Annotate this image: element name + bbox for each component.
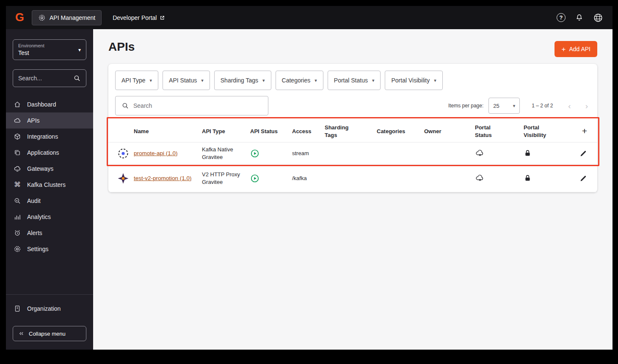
collapse-menu-label: Collapse menu xyxy=(29,331,66,337)
sidebar-item-label: Gateways xyxy=(27,165,53,172)
sidebar-item-audit[interactable]: Audit xyxy=(6,193,93,209)
portal-status-unpublished-icon xyxy=(475,170,524,186)
bar-chart-icon xyxy=(14,213,21,221)
gear-icon xyxy=(14,245,21,253)
collapse-icon xyxy=(18,331,25,337)
sidebar-item-label: Analytics xyxy=(27,213,51,220)
organization-icon xyxy=(14,305,21,312)
add-column-icon[interactable]: + xyxy=(582,125,587,137)
table-row-promote-api: promote-api (1.0) Kafka Native Gravitee … xyxy=(108,142,597,164)
column-header-portal-status: Portal Status xyxy=(475,120,524,142)
environment-select[interactable]: Environment Test ▾ xyxy=(13,39,86,60)
sidebar-item-label: APIs xyxy=(27,117,40,124)
sidebar-item-label: Audit xyxy=(27,197,41,204)
sidebar-bottom: Organization Collapse menu xyxy=(6,294,93,350)
environment-value: Test xyxy=(18,49,81,56)
api-status-started-icon xyxy=(250,170,292,186)
api-management-button[interactable]: API Management xyxy=(32,10,102,25)
sidebar-item-settings[interactable]: Settings xyxy=(6,241,93,257)
plus-icon: + xyxy=(561,46,566,53)
edit-pencil-icon[interactable] xyxy=(579,175,587,182)
table-search[interactable] xyxy=(115,96,268,115)
search-icon xyxy=(73,74,81,82)
filter-sharding-tags[interactable]: Sharding Tags ▾ xyxy=(214,71,271,90)
sidebar-item-apis[interactable]: APIs xyxy=(6,112,93,129)
magnifier-check-icon xyxy=(14,197,21,205)
cloud-gateway-icon xyxy=(14,165,21,172)
main-header: APIs + Add API xyxy=(108,40,597,57)
copy-icon xyxy=(14,149,21,156)
search-icon xyxy=(121,102,129,109)
column-header-api-type: API Type xyxy=(202,124,250,139)
sidebar: Environment Test ▾ Dashboard APIs Integr… xyxy=(6,29,93,350)
edit-pencil-icon[interactable] xyxy=(579,150,587,157)
categories-cell xyxy=(377,150,424,157)
sidebar-item-alerts[interactable]: Alerts xyxy=(6,225,93,241)
avatar-column-header xyxy=(117,128,134,135)
column-header-portal-visibility: Portal Visibility xyxy=(524,120,574,142)
chevron-down-icon: ▾ xyxy=(201,78,204,83)
access-cell: stream xyxy=(292,146,325,161)
filter-portal-visibility[interactable]: Portal Visibility ▾ xyxy=(385,71,442,90)
sidebar-item-dashboard[interactable]: Dashboard xyxy=(6,96,93,112)
items-per-page-label: Items per page: xyxy=(448,103,483,109)
environment-label: Environment xyxy=(18,43,81,48)
api-type-cell: Kafka Native Gravitee xyxy=(202,142,250,164)
apis-table: Name API Type API Status Access Sharding… xyxy=(108,120,597,192)
external-link-icon xyxy=(160,15,165,20)
categories-cell xyxy=(377,175,424,182)
user-globe-avatar[interactable] xyxy=(593,13,603,23)
sidebar-item-label: Kafka Clusters xyxy=(27,181,66,188)
chevron-down-icon: ▾ xyxy=(434,78,436,83)
access-cell: /kafka xyxy=(292,171,325,186)
owner-cell xyxy=(424,150,475,157)
app-window: G API Management Developer Portal ? Env xyxy=(6,6,612,350)
chevron-down-icon: ▾ xyxy=(262,78,265,83)
sidebar-search[interactable] xyxy=(13,69,86,87)
api-management-label: API Management xyxy=(50,14,95,21)
topbar-right-icons: ? xyxy=(557,13,603,23)
items-per-page-select[interactable]: 25 ▾ xyxy=(488,98,520,114)
chevron-down-icon: ▾ xyxy=(372,78,375,83)
filter-portal-status[interactable]: Portal Status ▾ xyxy=(328,71,381,90)
column-header-access: Access xyxy=(292,124,325,139)
sidebar-item-gateways[interactable]: Gateways xyxy=(6,161,93,177)
previous-page-icon[interactable]: ‹ xyxy=(568,102,571,110)
column-header-name: Name xyxy=(134,124,202,139)
pagination-range: 1 – 2 of 2 xyxy=(532,103,553,109)
gravitee-logo[interactable]: G xyxy=(15,12,24,23)
sidebar-item-label: Organization xyxy=(27,305,61,312)
api-name-link[interactable]: test-v2-promotion (1.0) xyxy=(134,175,192,181)
sidebar-item-label: Alerts xyxy=(27,230,42,236)
help-icon[interactable]: ? xyxy=(557,13,566,22)
cloud-icon xyxy=(14,117,21,124)
portal-status-unpublished-icon xyxy=(475,145,524,161)
filter-api-status[interactable]: API Status ▾ xyxy=(163,71,210,90)
collapse-menu-button[interactable]: Collapse menu xyxy=(13,326,86,341)
sidebar-item-label: Applications xyxy=(27,149,59,156)
chevron-down-icon: ▾ xyxy=(78,47,81,53)
sidebar-item-label: Settings xyxy=(27,246,49,252)
sidebar-item-organization[interactable]: Organization xyxy=(6,301,93,317)
api-status-started-icon xyxy=(250,145,292,161)
sidebar-item-analytics[interactable]: Analytics xyxy=(6,209,93,225)
sidebar-item-kafka-clusters[interactable]: ⌘ Kafka Clusters xyxy=(6,177,93,193)
sidebar-item-applications[interactable]: Applications xyxy=(6,145,93,161)
developer-portal-link[interactable]: Developer Portal xyxy=(113,14,165,21)
table-header-row: Name API Type API Status Access Sharding… xyxy=(108,120,597,142)
next-page-icon[interactable]: › xyxy=(585,102,588,110)
table-search-input[interactable] xyxy=(133,102,262,109)
sidebar-search-input[interactable] xyxy=(18,75,70,82)
add-api-label: Add API xyxy=(569,46,590,52)
add-api-button[interactable]: + Add API xyxy=(555,41,597,57)
sidebar-item-integrations[interactable]: Integrations xyxy=(6,129,93,145)
chevron-down-icon: ▾ xyxy=(315,78,317,83)
package-icon xyxy=(14,133,21,140)
owner-cell xyxy=(424,175,475,182)
api-name-link[interactable]: promote-api (1.0) xyxy=(134,150,178,156)
filter-categories[interactable]: Categories ▾ xyxy=(276,71,323,90)
notifications-bell-icon[interactable] xyxy=(575,13,584,22)
filter-api-type[interactable]: API Type ▾ xyxy=(115,71,158,90)
top-bar: G API Management Developer Portal ? xyxy=(6,6,612,29)
sharding-tags-cell xyxy=(325,175,377,182)
